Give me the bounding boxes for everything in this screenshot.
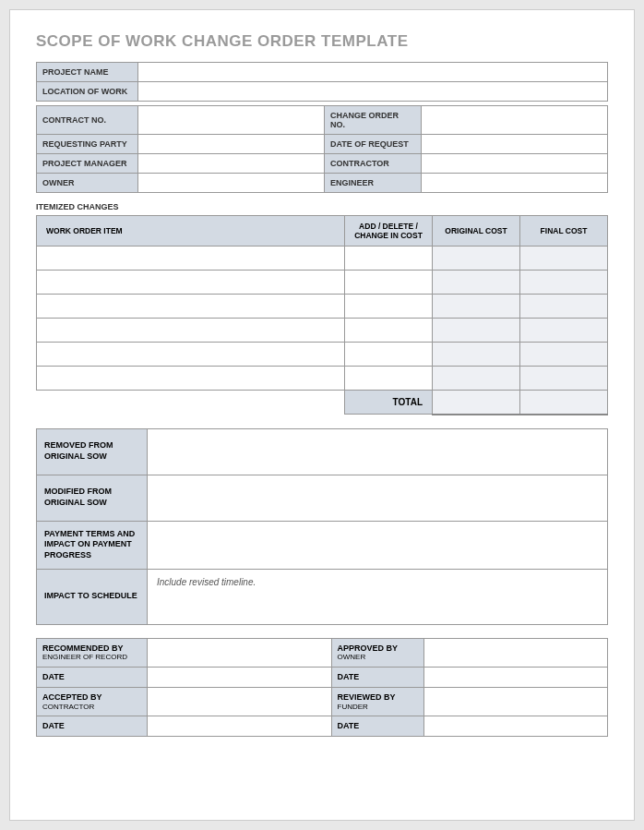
project-manager-value[interactable] — [138, 154, 325, 174]
item-cell[interactable] — [37, 343, 345, 367]
original-cell[interactable] — [433, 271, 520, 295]
final-cell[interactable] — [520, 319, 608, 343]
project-manager-label: PROJECT MANAGER — [37, 154, 138, 174]
schedule-label: IMPACT TO SCHEDULE — [37, 569, 148, 624]
signatures-table: RECOMMENDED BY ENGINEER OF RECORD APPROV… — [36, 638, 608, 737]
details-table: REMOVED FROM ORIGINAL SOW MODIFIED FROM … — [36, 428, 608, 625]
recommended-label: RECOMMENDED BY ENGINEER OF RECORD — [37, 638, 148, 667]
modified-value[interactable] — [148, 475, 608, 521]
change-order-no-label: CHANGE ORDER NO. — [325, 106, 422, 135]
original-cell[interactable] — [433, 367, 520, 391]
date2-right-value[interactable] — [423, 716, 608, 737]
payment-label: PAYMENT TERMS AND IMPACT ON PAYMENT PROG… — [37, 521, 148, 569]
approved-label: APPROVED BY OWNER — [331, 638, 423, 667]
header-table-1: PROJECT NAME LOCATION OF WORK — [36, 62, 608, 102]
location-value[interactable] — [138, 82, 608, 102]
final-cell[interactable] — [520, 343, 608, 367]
date1-left-label: DATE — [37, 667, 148, 687]
change-cell[interactable] — [345, 295, 433, 319]
recommended-value[interactable] — [148, 638, 332, 667]
requesting-party-value[interactable] — [138, 135, 325, 154]
removed-value[interactable] — [148, 428, 608, 475]
change-cell[interactable] — [345, 367, 433, 391]
itemized-section-title: ITEMIZED CHANGES — [36, 202, 608, 211]
date1-right-value[interactable] — [423, 667, 608, 687]
col-add-delete: ADD / DELETE / CHANGE IN COST — [345, 216, 433, 247]
table-row — [37, 247, 608, 271]
contract-no-value[interactable] — [138, 106, 325, 135]
modified-label: MODIFIED FROM ORIGINAL SOW — [37, 475, 148, 521]
original-cell[interactable] — [433, 343, 520, 367]
table-row — [37, 295, 608, 319]
removed-label: REMOVED FROM ORIGINAL SOW — [37, 428, 148, 475]
payment-value[interactable] — [148, 521, 608, 569]
project-name-label: PROJECT NAME — [37, 63, 138, 82]
total-row: TOTAL — [37, 391, 608, 415]
change-cell[interactable] — [345, 343, 433, 367]
requesting-party-label: REQUESTING PARTY — [37, 135, 138, 154]
item-cell[interactable] — [37, 271, 345, 295]
item-cell[interactable] — [37, 247, 345, 271]
original-cell[interactable] — [433, 295, 520, 319]
contractor-label: CONTRACTOR — [325, 154, 422, 174]
engineer-value[interactable] — [422, 174, 608, 193]
item-cell[interactable] — [37, 295, 345, 319]
final-cell[interactable] — [520, 271, 608, 295]
itemized-table: WORK ORDER ITEM ADD / DELETE / CHANGE IN… — [36, 215, 608, 415]
owner-label: OWNER — [37, 174, 138, 193]
total-original — [433, 391, 520, 415]
accepted-value[interactable] — [148, 687, 332, 716]
location-label: LOCATION OF WORK — [37, 82, 138, 102]
date-of-request-value[interactable] — [422, 135, 608, 154]
table-row — [37, 367, 608, 391]
engineer-label: ENGINEER — [325, 174, 422, 193]
original-cell[interactable] — [433, 319, 520, 343]
date1-right-label: DATE — [331, 667, 423, 687]
reviewed-label: REVIEWED BY FUNDER — [331, 687, 423, 716]
date2-right-label: DATE — [331, 716, 423, 737]
contractor-value[interactable] — [422, 154, 608, 174]
header-table-2: CONTRACT NO. CHANGE ORDER NO. REQUESTING… — [36, 105, 608, 193]
date2-left-label: DATE — [37, 716, 148, 737]
page-title: SCOPE OF WORK CHANGE ORDER TEMPLATE — [36, 32, 608, 51]
accepted-label: ACCEPTED BY CONTRACTOR — [37, 687, 148, 716]
col-original: ORIGINAL COST — [433, 216, 520, 247]
date1-left-value[interactable] — [148, 667, 332, 687]
original-cell[interactable] — [433, 247, 520, 271]
owner-value[interactable] — [138, 174, 325, 193]
change-cell[interactable] — [345, 247, 433, 271]
approved-value[interactable] — [423, 638, 608, 667]
contract-no-label: CONTRACT NO. — [37, 106, 138, 135]
item-cell[interactable] — [37, 367, 345, 391]
final-cell[interactable] — [520, 367, 608, 391]
project-name-value[interactable] — [138, 63, 608, 82]
final-cell[interactable] — [520, 247, 608, 271]
change-cell[interactable] — [345, 271, 433, 295]
item-cell[interactable] — [37, 319, 345, 343]
change-order-no-value[interactable] — [422, 106, 608, 135]
table-row — [37, 319, 608, 343]
final-cell[interactable] — [520, 295, 608, 319]
reviewed-value[interactable] — [423, 687, 608, 716]
date-of-request-label: DATE OF REQUEST — [325, 135, 422, 154]
document-page: SCOPE OF WORK CHANGE ORDER TEMPLATE PROJ… — [9, 9, 635, 821]
schedule-value[interactable]: Include revised timeline. — [148, 569, 608, 624]
table-row — [37, 271, 608, 295]
table-row — [37, 343, 608, 367]
total-final — [520, 391, 608, 415]
col-final: FINAL COST — [520, 216, 608, 247]
change-cell[interactable] — [345, 319, 433, 343]
col-work-order: WORK ORDER ITEM — [37, 216, 345, 247]
date2-left-value[interactable] — [148, 716, 332, 737]
total-label: TOTAL — [345, 391, 433, 415]
